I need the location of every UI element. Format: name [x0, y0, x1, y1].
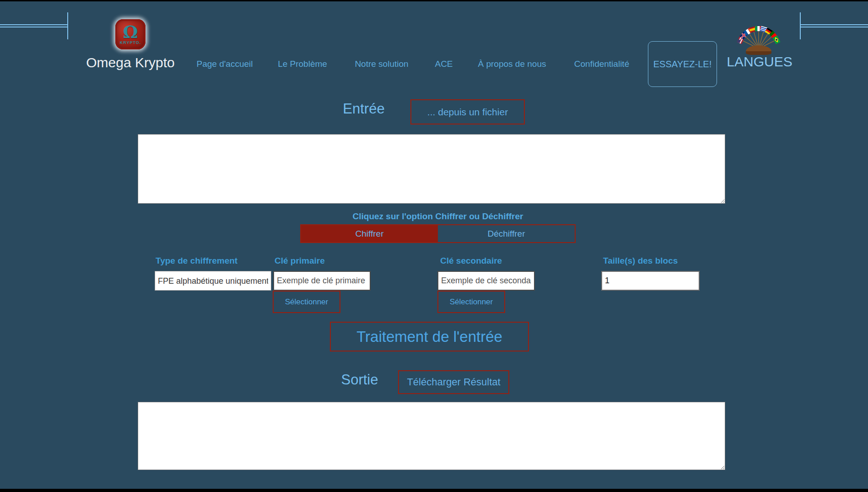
bottom-edge-strip [0, 489, 868, 492]
decrypt-button[interactable]: Déchiffrer [438, 225, 575, 242]
try-it-button[interactable]: ESSAYEZ-LE! [648, 41, 717, 87]
decor-line-right-v [800, 12, 801, 39]
decor-line-left-h1 [0, 24, 68, 25]
block-sizes-label: Taille(s) des blocs [603, 256, 678, 266]
encrypt-button[interactable]: Chiffrer [301, 225, 438, 242]
nav-item-ace[interactable]: ACE [421, 58, 467, 70]
input-section-title: Entrée [332, 101, 396, 117]
omega-krypto-page: Ω KRYPTO. Omega Krypto Page d'accueil Le… [0, 0, 868, 492]
omega-krypto-logo[interactable]: Ω KRYPTO. [115, 19, 146, 49]
nav-item-solution[interactable]: Notre solution [345, 58, 418, 70]
nav-item-home[interactable]: Page d'accueil [188, 58, 261, 70]
decor-line-right-h2 [800, 27, 868, 27]
decor-line-left-h2 [0, 27, 68, 27]
brand-title: Omega Krypto [78, 55, 183, 70]
secondary-key-select-button[interactable]: Sélectionner [437, 291, 505, 313]
nav-item-problem[interactable]: Le Problème [266, 58, 339, 70]
cipher-type-select[interactable]: FPE alphabétique uniquement [155, 271, 271, 291]
logo-caption: KRYPTO. [120, 40, 141, 45]
input-textarea[interactable] [138, 134, 725, 204]
block-sizes-input[interactable] [601, 271, 700, 291]
cipher-type-label: Type de chiffrement [156, 256, 237, 266]
primary-key-label: Clé primaire [275, 256, 325, 266]
decor-line-right-h1 [800, 24, 868, 25]
output-textarea[interactable] [138, 402, 725, 470]
process-input-button[interactable]: Traitement de l'entrée [330, 322, 529, 351]
language-flags-icon[interactable] [727, 20, 791, 55]
primary-key-input[interactable] [273, 271, 371, 291]
languages-label[interactable]: LANGUES [726, 54, 793, 70]
mode-toggle: Chiffrer Déchiffrer [300, 224, 576, 243]
primary-key-select-button[interactable]: Sélectionner [273, 291, 340, 313]
secondary-key-input[interactable] [437, 271, 535, 291]
mode-instruction: Cliquez sur l'option Chiffrer ou Déchiff… [300, 211, 576, 222]
output-section-title: Sortie [328, 372, 392, 388]
nav-item-about[interactable]: À propos de nous [471, 58, 553, 70]
omega-symbol: Ω [123, 24, 138, 40]
secondary-key-label: Clé secondaire [440, 256, 502, 266]
load-from-file-button[interactable]: ... depuis un fichier [410, 99, 525, 124]
decor-line-left-v [67, 12, 68, 39]
download-result-button[interactable]: Télécharger Résultat [398, 370, 509, 394]
top-edge-strip [0, 0, 868, 1]
nav-item-privacy[interactable]: Confidentialité [561, 58, 643, 70]
